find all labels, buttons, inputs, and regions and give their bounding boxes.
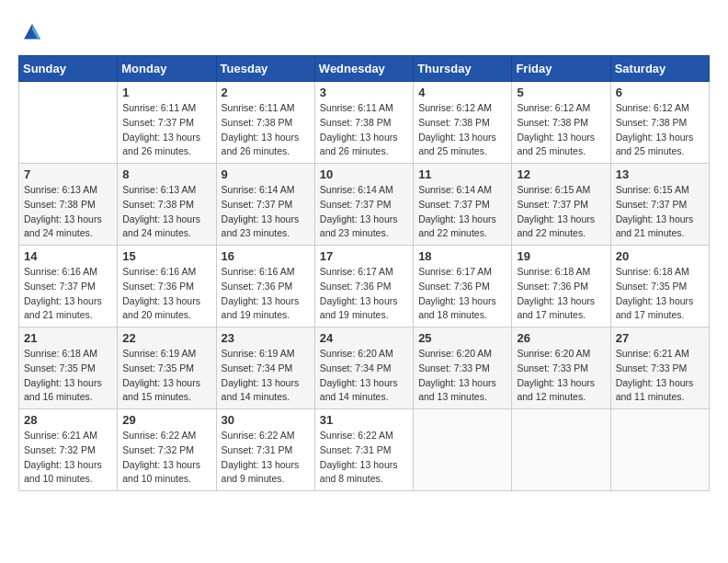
calendar-cell: 13Sunrise: 6:15 AMSunset: 7:37 PMDayligh… (610, 164, 709, 246)
logo-icon (18, 18, 46, 46)
day-info: Sunrise: 6:20 AMSunset: 7:33 PMDaylight:… (418, 347, 506, 405)
day-info: Sunrise: 6:11 AMSunset: 7:38 PMDaylight:… (320, 101, 408, 159)
calendar-col-tuesday: Tuesday (216, 56, 314, 82)
day-number: 16 (222, 249, 310, 263)
calendar-cell: 30Sunrise: 6:22 AMSunset: 7:31 PMDayligh… (216, 409, 314, 491)
calendar-cell: 27Sunrise: 6:21 AMSunset: 7:33 PMDayligh… (610, 327, 709, 409)
calendar-cell: 1Sunrise: 6:11 AMSunset: 7:37 PMDaylight… (118, 82, 216, 164)
day-number: 17 (320, 249, 408, 263)
day-info: Sunrise: 6:21 AMSunset: 7:33 PMDaylight:… (616, 347, 704, 405)
calendar-cell: 7Sunrise: 6:13 AMSunset: 7:38 PMDaylight… (19, 164, 118, 246)
day-number: 6 (616, 86, 704, 99)
day-info: Sunrise: 6:19 AMSunset: 7:34 PMDaylight:… (222, 347, 310, 405)
day-number: 26 (517, 331, 605, 345)
calendar-cell: 25Sunrise: 6:20 AMSunset: 7:33 PMDayligh… (414, 327, 512, 409)
calendar-cell: 14Sunrise: 6:16 AMSunset: 7:37 PMDayligh… (19, 246, 118, 327)
day-info: Sunrise: 6:14 AMSunset: 7:37 PMDaylight:… (222, 183, 310, 241)
calendar-cell (414, 409, 512, 491)
day-info: Sunrise: 6:12 AMSunset: 7:38 PMDaylight:… (418, 101, 506, 159)
calendar-cell: 8Sunrise: 6:13 AMSunset: 7:38 PMDaylight… (118, 164, 216, 246)
calendar-cell (19, 82, 118, 164)
calendar-cell: 12Sunrise: 6:15 AMSunset: 7:37 PMDayligh… (512, 164, 610, 246)
calendar-cell: 16Sunrise: 6:16 AMSunset: 7:36 PMDayligh… (216, 246, 314, 327)
day-number: 28 (24, 413, 112, 427)
day-number: 7 (24, 167, 112, 181)
day-info: Sunrise: 6:11 AMSunset: 7:37 PMDaylight:… (122, 101, 210, 159)
day-number: 15 (122, 249, 210, 263)
calendar-cell: 22Sunrise: 6:19 AMSunset: 7:35 PMDayligh… (118, 327, 216, 409)
calendar-col-wednesday: Wednesday (314, 56, 413, 82)
day-info: Sunrise: 6:14 AMSunset: 7:37 PMDaylight:… (320, 183, 408, 241)
calendar-table: SundayMondayTuesdayWednesdayThursdayFrid… (18, 55, 710, 491)
day-number: 30 (222, 413, 310, 427)
day-number: 3 (320, 86, 408, 99)
calendar-cell: 23Sunrise: 6:19 AMSunset: 7:34 PMDayligh… (216, 327, 314, 409)
calendar-cell: 9Sunrise: 6:14 AMSunset: 7:37 PMDaylight… (216, 164, 314, 246)
calendar-col-friday: Friday (512, 56, 610, 82)
day-number: 25 (418, 331, 506, 345)
day-info: Sunrise: 6:21 AMSunset: 7:32 PMDaylight:… (24, 429, 112, 487)
day-number: 9 (222, 167, 310, 181)
day-number: 20 (616, 249, 704, 263)
day-info: Sunrise: 6:22 AMSunset: 7:31 PMDaylight:… (222, 429, 310, 487)
calendar-cell: 4Sunrise: 6:12 AMSunset: 7:38 PMDaylight… (414, 82, 512, 164)
calendar-cell: 31Sunrise: 6:22 AMSunset: 7:31 PMDayligh… (314, 409, 413, 491)
calendar-header-row: SundayMondayTuesdayWednesdayThursdayFrid… (19, 56, 710, 82)
day-info: Sunrise: 6:17 AMSunset: 7:36 PMDaylight:… (418, 265, 506, 323)
day-number: 11 (418, 167, 506, 181)
calendar-cell: 18Sunrise: 6:17 AMSunset: 7:36 PMDayligh… (414, 246, 512, 327)
day-info: Sunrise: 6:20 AMSunset: 7:33 PMDaylight:… (517, 347, 605, 405)
day-number: 5 (517, 86, 605, 99)
day-info: Sunrise: 6:13 AMSunset: 7:38 PMDaylight:… (122, 183, 210, 241)
day-info: Sunrise: 6:15 AMSunset: 7:37 PMDaylight:… (616, 183, 704, 241)
calendar-cell: 21Sunrise: 6:18 AMSunset: 7:35 PMDayligh… (19, 327, 118, 409)
day-info: Sunrise: 6:19 AMSunset: 7:35 PMDaylight:… (122, 347, 210, 405)
day-number: 14 (24, 249, 112, 263)
day-info: Sunrise: 6:11 AMSunset: 7:38 PMDaylight:… (222, 101, 310, 159)
calendar-cell: 3Sunrise: 6:11 AMSunset: 7:38 PMDaylight… (314, 82, 413, 164)
calendar-cell: 11Sunrise: 6:14 AMSunset: 7:37 PMDayligh… (414, 164, 512, 246)
calendar-week-3: 14Sunrise: 6:16 AMSunset: 7:37 PMDayligh… (19, 246, 710, 327)
day-info: Sunrise: 6:18 AMSunset: 7:35 PMDaylight:… (616, 265, 704, 323)
day-info: Sunrise: 6:14 AMSunset: 7:37 PMDaylight:… (418, 183, 506, 241)
calendar-col-monday: Monday (118, 56, 216, 82)
day-info: Sunrise: 6:18 AMSunset: 7:36 PMDaylight:… (517, 265, 605, 323)
calendar-col-thursday: Thursday (414, 56, 512, 82)
calendar-week-4: 21Sunrise: 6:18 AMSunset: 7:35 PMDayligh… (19, 327, 710, 409)
calendar-cell: 24Sunrise: 6:20 AMSunset: 7:34 PMDayligh… (314, 327, 413, 409)
day-info: Sunrise: 6:13 AMSunset: 7:38 PMDaylight:… (24, 183, 112, 241)
day-number: 18 (418, 249, 506, 263)
calendar-cell: 28Sunrise: 6:21 AMSunset: 7:32 PMDayligh… (19, 409, 118, 491)
calendar-cell (610, 409, 709, 491)
day-info: Sunrise: 6:15 AMSunset: 7:37 PMDaylight:… (517, 183, 605, 241)
day-number: 27 (616, 331, 704, 345)
day-number: 19 (517, 249, 605, 263)
day-info: Sunrise: 6:16 AMSunset: 7:36 PMDaylight:… (222, 265, 310, 323)
day-number: 23 (222, 331, 310, 345)
calendar-week-5: 28Sunrise: 6:21 AMSunset: 7:32 PMDayligh… (19, 409, 710, 491)
page-header (18, 18, 710, 46)
calendar-week-2: 7Sunrise: 6:13 AMSunset: 7:38 PMDaylight… (19, 164, 710, 246)
calendar-cell: 20Sunrise: 6:18 AMSunset: 7:35 PMDayligh… (610, 246, 709, 327)
day-info: Sunrise: 6:16 AMSunset: 7:37 PMDaylight:… (24, 265, 112, 323)
calendar-cell: 29Sunrise: 6:22 AMSunset: 7:32 PMDayligh… (118, 409, 216, 491)
calendar-col-saturday: Saturday (610, 56, 709, 82)
day-number: 31 (320, 413, 408, 427)
day-number: 2 (222, 86, 310, 99)
calendar-cell: 6Sunrise: 6:12 AMSunset: 7:38 PMDaylight… (610, 82, 709, 164)
calendar-cell: 2Sunrise: 6:11 AMSunset: 7:38 PMDaylight… (216, 82, 314, 164)
day-number: 13 (616, 167, 704, 181)
day-number: 4 (418, 86, 506, 99)
calendar-cell: 5Sunrise: 6:12 AMSunset: 7:38 PMDaylight… (512, 82, 610, 164)
calendar-cell: 26Sunrise: 6:20 AMSunset: 7:33 PMDayligh… (512, 327, 610, 409)
day-number: 8 (122, 167, 210, 181)
day-number: 12 (517, 167, 605, 181)
day-info: Sunrise: 6:12 AMSunset: 7:38 PMDaylight:… (616, 101, 704, 159)
calendar-cell: 17Sunrise: 6:17 AMSunset: 7:36 PMDayligh… (314, 246, 413, 327)
day-info: Sunrise: 6:17 AMSunset: 7:36 PMDaylight:… (320, 265, 408, 323)
calendar-cell (512, 409, 610, 491)
day-info: Sunrise: 6:12 AMSunset: 7:38 PMDaylight:… (517, 101, 605, 159)
day-number: 1 (122, 86, 210, 99)
calendar-cell: 10Sunrise: 6:14 AMSunset: 7:37 PMDayligh… (314, 164, 413, 246)
logo (18, 18, 50, 46)
